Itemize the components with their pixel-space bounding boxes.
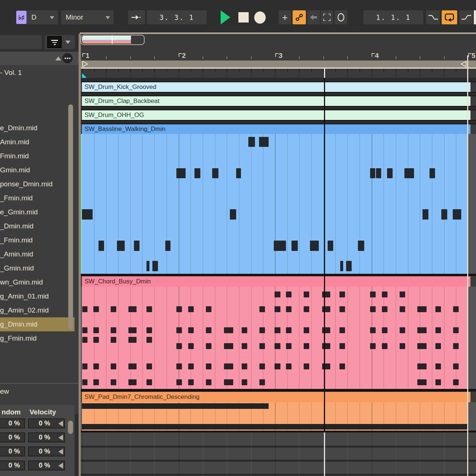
midi-note[interactable] <box>242 343 247 349</box>
loop-start-display[interactable]: 1. 1. 1 <box>363 10 423 24</box>
midi-note[interactable] <box>82 209 93 220</box>
midi-note[interactable] <box>176 168 186 178</box>
midi-note[interactable] <box>400 306 405 312</box>
random-field[interactable]: 0 % <box>0 461 25 470</box>
midi-note[interactable] <box>453 209 461 220</box>
key-signature-button[interactable]: ♭♯ <box>16 11 27 24</box>
midi-note[interactable] <box>370 292 376 297</box>
clip-clap[interactable]: SW_Drum_Clap_Backbeat <box>82 96 470 106</box>
midi-note[interactable] <box>358 241 364 251</box>
midi-note[interactable] <box>435 306 441 312</box>
midi-note[interactable] <box>152 261 158 271</box>
midi-note[interactable] <box>111 337 116 343</box>
midi-note[interactable] <box>188 363 194 369</box>
midi-note[interactable] <box>322 363 330 369</box>
midi-note[interactable] <box>370 343 376 349</box>
midi-note[interactable] <box>82 424 468 430</box>
stop-button[interactable] <box>238 12 249 23</box>
midi-note[interactable] <box>304 343 309 349</box>
midi-note[interactable] <box>176 306 182 312</box>
midi-note[interactable] <box>242 327 247 333</box>
midi-note[interactable] <box>176 363 182 369</box>
midi-note[interactable] <box>382 292 387 297</box>
midi-note[interactable] <box>236 168 241 178</box>
draw-mode-button[interactable] <box>321 10 333 24</box>
midi-note[interactable] <box>82 327 87 333</box>
list-item[interactable]: e_Gmin.mid <box>0 205 75 219</box>
drag-triangle-icon[interactable] <box>58 421 63 427</box>
device-scrollbar[interactable] <box>68 421 73 434</box>
midi-note[interactable] <box>286 343 292 349</box>
midi-note[interactable] <box>339 363 345 369</box>
clip-kick[interactable]: SW_Drum_Kick_Grooved <box>82 82 470 92</box>
midi-note[interactable] <box>259 327 265 333</box>
midi-note[interactable] <box>322 343 330 349</box>
midi-note[interactable] <box>339 292 345 297</box>
midi-note[interactable] <box>111 306 116 312</box>
list-item[interactable]: g_Amin_01.mid <box>0 289 75 303</box>
play-button[interactable] <box>221 10 230 24</box>
list-item[interactable]: Fmin.mid <box>0 149 75 163</box>
midi-note[interactable] <box>339 327 345 333</box>
midi-note[interactable] <box>310 241 319 251</box>
midi-note[interactable] <box>453 363 459 369</box>
midi-note[interactable] <box>453 343 459 349</box>
midi-note[interactable] <box>128 306 137 312</box>
midi-note[interactable] <box>259 306 265 312</box>
follow-button[interactable] <box>128 10 145 24</box>
midi-note[interactable] <box>111 363 116 369</box>
beat-time-ruler[interactable]: 12345 <box>0 52 476 61</box>
midi-note[interactable] <box>322 292 330 297</box>
midi-note[interactable] <box>304 292 309 297</box>
midi-note[interactable] <box>188 343 194 349</box>
midi-note[interactable] <box>286 363 292 369</box>
drag-triangle-icon[interactable] <box>58 435 63 441</box>
list-item[interactable]: e_Dmin.mid <box>0 121 75 135</box>
midi-note[interactable] <box>206 363 211 369</box>
midi-note[interactable] <box>304 306 309 312</box>
filter-button[interactable] <box>47 36 62 48</box>
midi-note[interactable] <box>382 327 387 333</box>
midi-note[interactable] <box>224 363 233 369</box>
punch-in-button[interactable] <box>426 10 440 24</box>
random-field[interactable]: 0 % <box>0 432 25 442</box>
midi-note[interactable] <box>242 363 247 369</box>
midi-note[interactable] <box>435 343 441 349</box>
chevron-down-icon[interactable] <box>65 41 70 44</box>
midi-note[interactable] <box>146 261 149 271</box>
random-field[interactable]: 0 % <box>0 446 25 456</box>
midi-note[interactable] <box>146 327 152 333</box>
midi-note[interactable] <box>259 343 265 349</box>
midi-note[interactable] <box>340 261 343 271</box>
clip-bass-header[interactable]: SW_Bassline_Walking_Dmin <box>82 124 470 134</box>
midi-note[interactable] <box>128 363 137 369</box>
clip-pad-header[interactable]: SW_Pad_Dmin7_Chromatic_Descending <box>82 392 470 402</box>
midi-note[interactable] <box>188 327 194 333</box>
midi-note[interactable] <box>165 241 170 251</box>
midi-note[interactable] <box>224 327 233 333</box>
list-item[interactable]: _Fmin.mid <box>0 233 75 247</box>
midi-note[interactable] <box>82 363 87 369</box>
browser-scrollbar[interactable] <box>68 104 73 330</box>
list-item[interactable]: g_Amin_02.mid <box>0 303 75 317</box>
midi-note[interactable] <box>417 327 427 333</box>
midi-note[interactable] <box>304 327 309 333</box>
list-item[interactable]: _Fmin.mid <box>0 191 75 205</box>
midi-note[interactable] <box>275 327 280 333</box>
midi-note[interactable] <box>128 327 137 333</box>
new-button[interactable]: + <box>279 10 291 24</box>
midi-note[interactable] <box>176 343 182 349</box>
midi-note[interactable] <box>146 306 152 312</box>
midi-note[interactable] <box>82 306 87 312</box>
midi-note[interactable] <box>400 327 405 333</box>
midi-note[interactable] <box>230 209 236 220</box>
midi-note[interactable] <box>387 168 393 178</box>
midi-note[interactable] <box>93 337 99 343</box>
empty-track-lanes[interactable] <box>81 432 476 476</box>
list-item[interactable]: g_Fmin.mid <box>0 331 75 345</box>
scale-root-select[interactable]: D <box>27 10 58 24</box>
midi-note[interactable] <box>453 379 459 385</box>
list-item[interactable]: _Amin.mid <box>0 247 75 261</box>
midi-note[interactable] <box>146 337 152 343</box>
search-input[interactable] <box>0 35 42 49</box>
